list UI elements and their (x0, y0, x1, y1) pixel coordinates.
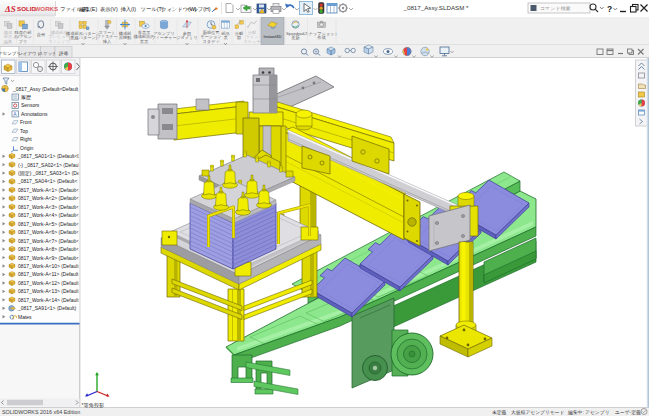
svg-text:(固定) _0817_SA03<1> (Def: (固定) _0817_SA03<1> (Def (18, 170, 82, 177)
svg-text:(直線パターン): (直線パターン) (69, 35, 98, 40)
svg-text:_0817_Assy (Default<Default_Di: _0817_Assy (Default<Default_Di (12, 86, 86, 92)
svg-text:Origin: Origin (20, 145, 34, 151)
svg-text:更新: 更新 (291, 35, 300, 40)
svg-text:コマンド検索: コマンド検索 (540, 5, 570, 11)
svg-text:Right: Right (20, 136, 32, 142)
svg-text:ΔS: ΔS (4, 4, 16, 14)
svg-text:Front: Front (20, 119, 32, 125)
svg-text:ウィンドウ: ウィンドウ (48, 39, 69, 44)
svg-text:編集中: アセンブリ: 編集中: アセンブリ (567, 409, 610, 415)
svg-text:表示: 表示 (140, 39, 149, 44)
svg-text:ユーザ-定義: ユーザ-定義 (615, 409, 641, 416)
svg-text:合致: 合致 (36, 32, 46, 37)
svg-text:図: 図 (237, 35, 241, 40)
svg-text:ブリ: ブリ (19, 39, 28, 44)
svg-text:挿入: 挿入 (103, 39, 112, 44)
svg-text:編集: 編集 (3, 39, 12, 44)
svg-text:0817_Work-A<12> (Default<: 0817_Work-A<12> (Default< (18, 280, 82, 286)
svg-text:ヘルプ(H): ヘルプ(H) (187, 6, 211, 12)
svg-text:スケッチ: スケッチ (243, 39, 260, 44)
svg-text:_0817_SA04<1> (Default<: _0817_SA04<1> (Default< (17, 178, 77, 184)
svg-text:0817_Work-A<2> (Default<: 0817_Work-A<2> (Default< (18, 195, 79, 201)
svg-text:_0817_SA01<1> (Default<D: _0817_SA01<1> (Default<D (17, 153, 81, 159)
svg-text:0817_Work-A<6> (Default<: 0817_Work-A<6> (Default< (18, 229, 79, 235)
svg-text:?: ? (607, 4, 612, 14)
svg-text:作成: 作成 (316, 35, 326, 40)
svg-text:ジオメトリ: ジオメトリ (176, 35, 197, 40)
svg-text:_0817_SA91<1> (Default): _0817_SA91<1> (Default) (17, 305, 76, 311)
svg-text:表: 表 (223, 35, 227, 40)
svg-text:編集(E): 編集(E) (79, 6, 98, 12)
svg-text:SOLIDWORKS 2016 x64 Edition: SOLIDWORKS 2016 x64 Edition (2, 409, 80, 415)
svg-text:履歴: 履歴 (21, 94, 32, 100)
svg-text:WORKS: WORKS (35, 5, 59, 12)
svg-text:0817_Work-A<4> (Default<: 0817_Work-A<4> (Default< (18, 212, 79, 218)
svg-text:0817_Work-A<13> (Default<: 0817_Work-A<13> (Default< (18, 288, 82, 294)
svg-text:Top: Top (20, 128, 28, 134)
svg-text:_0817_Assy.SLDASM *: _0817_Assy.SLDASM * (403, 4, 469, 11)
svg-text:Annotations: Annotations (21, 111, 48, 117)
svg-text:*等角投影: *等角投影 (82, 402, 105, 408)
svg-text:0817_Work-A<14> (Default<: 0817_Work-A<14> (Default< (18, 297, 82, 303)
svg-text:未定義: 未定義 (492, 409, 507, 416)
svg-text:0817_Work-A<5> (Default<: 0817_Work-A<5> (Default< (18, 221, 79, 227)
svg-text:Sensors: Sensors (21, 102, 40, 108)
svg-text:(-) _0817_SA02<1> (Default: (-) _0817_SA02<1> (Default (18, 162, 81, 168)
svg-text:スケッチ: スケッチ (39, 51, 58, 56)
svg-text:Instant3D: Instant3D (264, 34, 282, 39)
svg-text:0817_Work-A<1> (Default<: 0817_Work-A<1> (Default< (18, 187, 79, 193)
svg-text:0817_Work-A<3> (Default<: 0817_Work-A<3> (Default< (18, 204, 79, 210)
svg-text:Mates: Mates (18, 314, 32, 320)
svg-text:0817_Work-A<7> (Default<: 0817_Work-A<7> (Default< (18, 238, 79, 244)
svg-text:品移動: 品移動 (119, 35, 132, 40)
svg-text:大規模アセンブリモード: 大規模アセンブリモード (511, 409, 565, 416)
svg-text:0817_Work-A<8> (Default<: 0817_Work-A<8> (Default< (18, 246, 79, 252)
svg-text:0817_Work-A<11> (Default<: 0817_Work-A<11> (Default< (18, 271, 81, 277)
svg-text:0817_Work-A<10> (Default<: 0817_Work-A<10> (Default< (18, 263, 82, 269)
svg-text:スタディ: スタディ (202, 39, 219, 44)
svg-text:0817_Work-A<9> (Default<: 0817_Work-A<9> (Default< (18, 255, 79, 261)
svg-text:挿入(I): 挿入(I) (121, 6, 137, 12)
svg-text:表示(V): 表示(V) (100, 6, 118, 12)
